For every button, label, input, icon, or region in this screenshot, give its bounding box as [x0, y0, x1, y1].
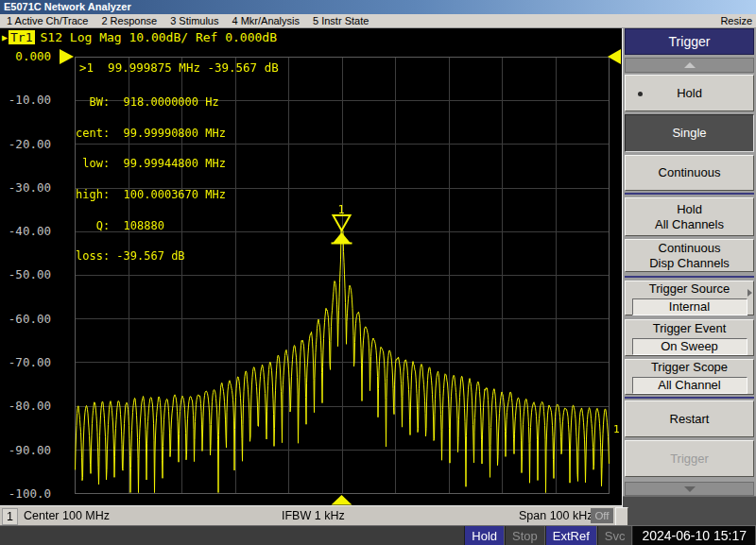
softkey-scroll-down-button[interactable]: [625, 482, 754, 496]
menu-mkr-analysis[interactable]: 4 Mkr/Analysis: [225, 15, 306, 26]
off-badge: Off: [591, 508, 613, 523]
ref-level-right-arrow-icon: [608, 49, 621, 64]
span-label[interactable]: Span 100 kHz: [519, 508, 593, 523]
softkey-continuous-disp-channels-button[interactable]: Continuous Disp Channels: [625, 239, 754, 272]
scroll-up-icon: [684, 62, 696, 68]
softkey-hold-all-channels-button[interactable]: Hold All Channels: [625, 197, 754, 236]
status-svc-badge: Svc: [597, 526, 633, 545]
channel-badge: 1: [2, 508, 18, 525]
stimulus-center-triangle-icon: [332, 495, 352, 505]
resize-control[interactable]: Resize: [720, 14, 752, 28]
softkey-menu-title: Trigger: [625, 28, 754, 55]
menu-response[interactable]: 2 Response: [94, 15, 163, 26]
softkey-separator: [625, 276, 754, 278]
marker-triangle-icon[interactable]: [334, 215, 351, 230]
channel-number-label: 1: [613, 423, 620, 435]
softkey-trigger-event-button[interactable]: Trigger Event On Sweep: [625, 319, 754, 356]
stimulus-bar: 1 Center 100 MHz IFBW 1 kHz Span 100 kHz…: [0, 505, 622, 525]
menu-instr-state[interactable]: 5 Instr State: [306, 15, 375, 26]
softkey-scroll-up-button[interactable]: [625, 58, 754, 73]
softkey-trigger-button[interactable]: Trigger: [625, 440, 754, 477]
status-datetime: 2024-06-10 15:17: [632, 526, 756, 545]
ifbw-label[interactable]: IFBW 1 kHz: [282, 508, 345, 523]
trigger-source-value: Internal: [632, 298, 747, 315]
trigger-event-value: On Sweep: [632, 338, 747, 355]
status-extref-badge: ExtRef: [545, 526, 597, 545]
trigger-scope-value: All Channel: [632, 377, 747, 394]
selected-bullet-icon: [638, 92, 643, 96]
stimulus-bar-end-box: [615, 507, 628, 526]
sidebar-footer: [623, 496, 756, 525]
status-hold-badge: Hold: [464, 526, 505, 545]
window-titlebar: E5071C Network Analyzer: [0, 0, 756, 14]
menu-stimulus[interactable]: 3 Stimulus: [163, 15, 225, 26]
status-stop-badge: Stop: [505, 526, 545, 545]
marker-active-triangle-icon: [333, 232, 351, 244]
softkey-single-button[interactable]: Single: [625, 114, 754, 152]
instrument-screen: E5071C Network Analyzer 1 Active Ch/Trac…: [0, 0, 756, 545]
scroll-down-icon: [684, 486, 696, 492]
softkey-trigger-source-button[interactable]: Trigger Source Internal: [625, 281, 754, 315]
menu-active-ch-trace[interactable]: 1 Active Ch/Trace: [0, 15, 94, 26]
softkey-restart-button[interactable]: Restart: [625, 400, 754, 437]
softkey-sidebar: Trigger Hold Single Continuous Hold All …: [622, 28, 756, 525]
softkey-hold-button[interactable]: Hold: [625, 75, 754, 111]
plot-overlay: 1 1: [0, 28, 622, 505]
softkey-trigger-scope-button[interactable]: Trigger Scope All Channel: [625, 359, 754, 395]
submenu-arrow-icon: [747, 289, 752, 297]
window-title: E5071C Network Analyzer: [4, 1, 131, 12]
softkey-continuous-button[interactable]: Continuous: [625, 155, 754, 191]
plot-region: ▶ Tr1 S12 Log Mag 10.00dB/ Ref 0.000dB 0…: [0, 28, 622, 505]
status-bar: Hold Stop ExtRef Svc 2024-06-10 15:17: [0, 525, 756, 545]
softkey-separator: [625, 193, 754, 195]
marker-number-label: 1: [337, 203, 344, 216]
marker-base-bar: [332, 243, 352, 245]
ref-level-left-arrow-icon: [60, 49, 74, 64]
menu-bar: 1 Active Ch/Trace 2 Response 3 Stimulus …: [0, 14, 756, 28]
softkey-separator: [625, 397, 754, 399]
center-frequency-label[interactable]: Center 100 MHz: [24, 508, 110, 523]
